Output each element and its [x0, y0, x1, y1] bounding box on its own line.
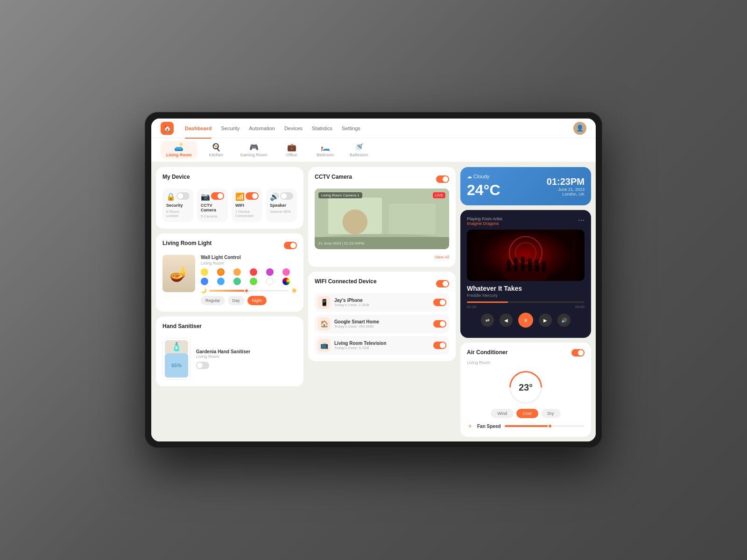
- room-tab-living[interactable]: 🛋️ Living Room: [161, 141, 197, 159]
- gaming-label: Gaming Room: [240, 153, 268, 157]
- music-title: Whatever It Takes: [467, 285, 585, 292]
- security-name: Security: [166, 203, 190, 208]
- top-nav: 🏠 Dashboard Security Automation Devices …: [151, 119, 596, 138]
- nav-statistics[interactable]: Statistics: [312, 124, 332, 133]
- ac-fan-bar[interactable]: [505, 425, 585, 427]
- wifi-main-toggle[interactable]: [436, 280, 449, 287]
- sanitiser-toggle[interactable]: [196, 362, 209, 369]
- cctv-toggle[interactable]: [211, 192, 224, 200]
- room-tab-office[interactable]: 💼 Office: [277, 141, 307, 159]
- cctv-view-all[interactable]: View All: [435, 255, 449, 259]
- weather-temp: 24°C: [467, 182, 500, 199]
- swatch-blue[interactable]: [201, 278, 208, 285]
- cctv-main-toggle[interactable]: [436, 175, 449, 183]
- ac-toggle[interactable]: [571, 349, 585, 357]
- wifi-name: WIFI: [235, 203, 259, 208]
- room-tabs: 🛋️ Living Room 🍳 Kitchen 🎮 Gaming Room 💼…: [151, 138, 596, 162]
- device-grid: 🔒 Security 6 Room Locked 📷 CCTV Cam: [162, 189, 297, 222]
- music-next-btn[interactable]: ▶: [539, 314, 552, 327]
- mode-night[interactable]: Night: [247, 296, 267, 305]
- swatch-yellow[interactable]: [201, 268, 208, 276]
- ac-room: Living Room: [467, 360, 507, 365]
- device-speaker: 🔊 Speaker Volume 50%: [266, 189, 297, 222]
- nav-settings[interactable]: Settings: [342, 124, 360, 133]
- svg-rect-2: [388, 204, 436, 234]
- ac-mode-dry[interactable]: Dry: [541, 409, 561, 418]
- room-tab-gaming[interactable]: 🎮 Gaming Room: [235, 141, 273, 159]
- music-play-btn[interactable]: ⏸: [518, 313, 533, 328]
- living-room-label: Living Room: [166, 153, 192, 157]
- app-logo[interactable]: 🏠: [161, 122, 174, 135]
- lamp-image: 🪔: [162, 255, 195, 292]
- weather-location: London, UK: [547, 192, 585, 196]
- light-title: Living Room Light: [162, 240, 211, 246]
- my-device-title: My Device: [162, 174, 190, 180]
- speaker-toggle[interactable]: [280, 192, 293, 200]
- tv-toggle[interactable]: [433, 342, 446, 349]
- ac-title: Air Conditioner: [467, 349, 507, 356]
- music-card: Playing From Artist Imagine Dragons ⋯: [460, 210, 591, 338]
- sanitiser-card: Hand Sanitiser 🧴 65% Gardenia Hand Sanit…: [156, 316, 303, 386]
- sanitiser-title: Hand Sanitiser: [162, 323, 202, 329]
- music-prev-btn[interactable]: ◀: [500, 314, 513, 327]
- swatch-light-orange[interactable]: [233, 268, 241, 276]
- room-tab-kitchen[interactable]: 🍳 Kitchen: [201, 141, 231, 159]
- music-progress-bar[interactable]: [467, 301, 585, 303]
- ac-mode-wind[interactable]: Wind: [491, 409, 514, 418]
- speaker-name: Speaker: [270, 203, 293, 208]
- cctv-camera-label: Living Room Camera 1: [318, 192, 362, 198]
- nav-automation[interactable]: Automation: [249, 124, 275, 133]
- swatch-light-green[interactable]: [250, 278, 257, 285]
- sun-icon: ☀️: [291, 288, 297, 293]
- wifi-device-tv: 📺 Living Room Television Today's Used: 3…: [315, 336, 449, 355]
- swatch-orange[interactable]: [217, 268, 225, 276]
- ac-mode-cool[interactable]: Cool: [516, 409, 538, 418]
- swatch-purple[interactable]: [266, 268, 274, 276]
- cctv-date: 21 June 2023 | 01:23:34PM: [318, 241, 364, 245]
- nav-items: Dashboard Security Automation Devices St…: [185, 124, 562, 133]
- tablet-screen: 🏠 Dashboard Security Automation Devices …: [151, 119, 596, 441]
- music-volume-btn[interactable]: 🔊: [557, 314, 571, 327]
- nav-dashboard[interactable]: Dashboard: [185, 124, 211, 133]
- device-cctv: 📷 CCTV Camera 5 Camera: [197, 189, 228, 222]
- security-toggle[interactable]: [176, 192, 190, 200]
- swatch-light-blue[interactable]: [217, 278, 225, 285]
- speaker-sub: Volume 50%: [270, 210, 293, 214]
- svg-point-5: [343, 210, 368, 235]
- nav-security[interactable]: Security: [221, 124, 240, 133]
- music-shuffle-btn[interactable]: ⇄: [481, 314, 494, 327]
- light-toggle[interactable]: [284, 242, 297, 249]
- wifi-toggle[interactable]: [246, 192, 259, 200]
- bedroom-label: Bedroom: [317, 153, 334, 157]
- swatch-green[interactable]: [233, 278, 241, 285]
- google-toggle[interactable]: [433, 320, 446, 328]
- google-usage: Today's Used: 354.8MB: [334, 324, 430, 329]
- living-room-icon: 🛋️: [174, 143, 183, 152]
- room-tab-bedroom[interactable]: 🛏️ Bedroom: [310, 141, 340, 159]
- svg-rect-11: [514, 258, 518, 272]
- live-badge: LIVE: [433, 192, 445, 198]
- avatar[interactable]: 👤: [573, 122, 586, 135]
- ac-dial-arc: [503, 364, 549, 411]
- room-tab-bathroom[interactable]: 🚿 Bathroom: [344, 141, 374, 159]
- mode-day[interactable]: Day: [228, 296, 245, 305]
- tv-name: Living Room Television: [334, 341, 430, 346]
- brightness-dot: [244, 288, 249, 293]
- tv-icon: 📺: [317, 339, 331, 352]
- mode-regular[interactable]: Regular: [201, 296, 225, 305]
- iphone-usage: Today's Used: 2.3GB: [334, 303, 430, 307]
- music-more-icon[interactable]: ⋯: [578, 217, 585, 226]
- swatch-rainbow[interactable]: [282, 278, 290, 285]
- swatch-white[interactable]: [266, 278, 274, 285]
- device-wifi: 📶 WIFI 7 Device Connected: [232, 189, 262, 222]
- swatch-red[interactable]: [250, 268, 257, 276]
- wifi-device-iphone: 📱 Jay's iPhone Today's Used: 2.3GB: [315, 293, 449, 312]
- brightness-bar[interactable]: [209, 290, 289, 292]
- nav-devices[interactable]: Devices: [284, 124, 303, 133]
- wifi-title: WIFI Connected Device: [315, 278, 377, 285]
- ac-fan-add-icon[interactable]: ＋: [467, 422, 473, 430]
- swatch-pink[interactable]: [282, 268, 290, 276]
- ac-fan-row: ＋ Fan Speed: [467, 422, 585, 430]
- right-column: ☁ Cloudy 24°C 01:23PM June 21, 2023 Lond…: [460, 167, 591, 437]
- iphone-toggle[interactable]: [433, 299, 446, 306]
